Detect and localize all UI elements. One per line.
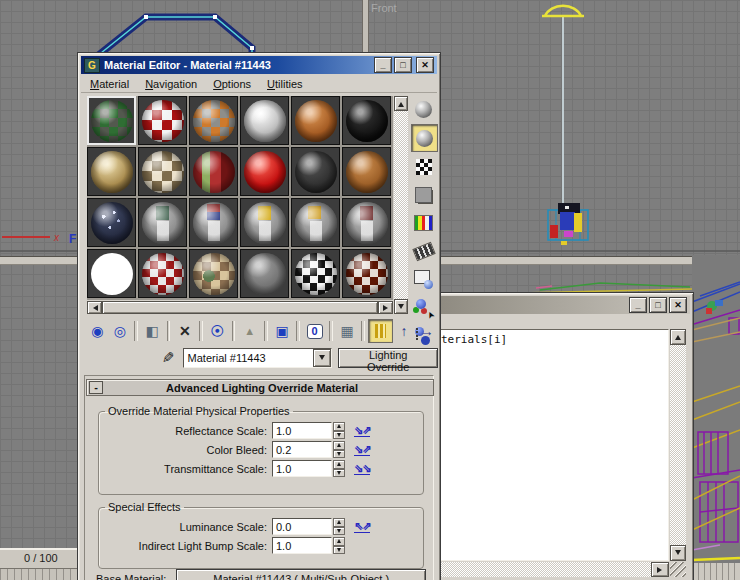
put-material-to-scene-icon[interactable]: ◎ [109,320,132,342]
video-color-check-icon[interactable] [411,210,436,236]
spinner-down-icon[interactable] [333,450,345,459]
scroll-up-icon[interactable] [670,329,686,345]
reflectance-scale-field[interactable]: 1.0 [272,422,332,439]
material-editor-titlebar[interactable]: G Material Editor - Material #11443 _ □ … [81,56,437,74]
material-slot[interactable] [240,198,289,247]
material-slot[interactable] [342,198,391,247]
reset-map-icon[interactable]: ✕ [173,320,196,342]
assign-material-to-selection-icon[interactable]: ◧ [141,320,164,342]
material-slot[interactable] [291,249,340,298]
material-name-dropdown[interactable]: Material #11443 [183,348,333,368]
spinner-down-icon[interactable] [333,431,345,440]
material-slot[interactable] [189,249,238,298]
rollout-header[interactable]: - Advanced Lighting Override Material [86,379,434,396]
material-slot[interactable] [87,96,136,145]
listener-vertical-scrollbar[interactable] [670,329,686,561]
make-material-copy-icon[interactable]: ⦿ [206,320,229,342]
spinner-up-icon[interactable] [333,518,345,527]
material-slot[interactable] [138,249,187,298]
material-slot[interactable] [138,198,187,247]
go-forward-to-sibling-icon[interactable]: → [415,320,438,342]
scrollbar-thumb[interactable] [102,301,378,314]
material-slot[interactable] [240,147,289,196]
maximize-icon[interactable]: □ [649,297,667,313]
material-slot[interactable] [189,147,238,196]
material-slot[interactable] [189,198,238,247]
get-material-icon[interactable]: ◉ [86,320,109,342]
material-slot[interactable] [87,198,136,247]
color-bleed-spinner[interactable] [333,441,345,458]
slots-vertical-scrollbar[interactable] [394,96,408,314]
material-slot[interactable] [240,96,289,145]
go-to-parent-icon[interactable]: ↑ [393,320,416,342]
spinner-up-icon[interactable] [333,537,345,546]
material-slot[interactable] [342,96,391,145]
spinner-down-icon[interactable] [333,546,345,555]
menu-material[interactable]: Material [83,77,136,91]
track-bar-right[interactable] [692,563,740,580]
material-slot[interactable] [87,147,136,196]
indirect-light-bump-scale-field[interactable]: 1.0 [272,537,332,554]
interactive-adjust-icon[interactable]: ⇘⇘ [354,462,370,475]
scroll-down-icon[interactable] [394,299,408,314]
transmittance-scale-spinner[interactable] [333,460,345,477]
scroll-right-icon[interactable] [378,301,393,314]
material-type-button[interactable]: Lighting Override [338,348,438,368]
spinner-up-icon[interactable] [333,422,345,431]
interactive-adjust-icon[interactable]: ⇖⇗ [354,520,370,533]
background-checker-icon[interactable] [411,154,436,180]
scroll-right-icon[interactable] [651,562,669,577]
resize-grip-icon[interactable] [670,562,686,577]
material-slot[interactable] [291,96,340,145]
base-material-button[interactable]: Material #11443 ( Multi/Sub-Object ) [176,569,426,580]
luminance-scale-field[interactable]: 0.0 [272,518,332,535]
material-slot[interactable] [87,249,136,298]
scroll-down-icon[interactable] [670,545,686,561]
menu-navigation[interactable]: Navigation [138,77,204,91]
close-icon[interactable]: ✕ [669,297,687,313]
material-slot[interactable] [240,249,289,298]
interactive-adjust-icon[interactable]: ⇘⇗ [354,424,370,437]
indirect-light-bump-scale-spinner[interactable] [333,537,345,554]
viewport-perspective-strip[interactable] [692,255,740,563]
minimize-icon[interactable]: _ [629,297,647,313]
listener-window[interactable]: _ □ ✕ terials[i] [428,292,694,580]
minimize-icon[interactable]: _ [374,57,392,73]
slots-horizontal-scrollbar[interactable] [87,301,393,314]
spinner-up-icon[interactable] [333,460,345,469]
reflectance-scale-spinner[interactable] [333,422,345,439]
chevron-down-icon[interactable] [313,349,331,367]
material-slot[interactable] [138,96,187,145]
material-slot[interactable] [189,96,238,145]
material-slot[interactable] [138,147,187,196]
material-slot[interactable] [291,147,340,196]
luminance-scale-spinner[interactable] [333,518,345,535]
make-unique-icon[interactable]: ▲ [238,320,261,342]
material-editor-window[interactable]: G Material Editor - Material #11443 _ □ … [77,52,441,580]
spinner-down-icon[interactable] [333,527,345,536]
listener-titlebar[interactable]: _ □ ✕ [432,296,690,314]
material-slot[interactable] [342,249,391,298]
show-end-result-icon[interactable] [368,319,393,343]
select-by-material-icon[interactable] [411,294,436,320]
listener-horizontal-scrollbar[interactable] [435,562,669,577]
make-preview-icon[interactable] [411,238,436,264]
close-icon[interactable]: ✕ [416,57,434,73]
scroll-up-icon[interactable] [394,96,408,111]
material-editor-options-icon[interactable] [411,266,436,292]
scroll-left-icon[interactable] [87,301,102,314]
material-slot[interactable] [291,198,340,247]
pick-material-icon[interactable]: ✎ [162,349,175,367]
interactive-adjust-icon[interactable]: ⇘⇗ [354,443,370,456]
sample-type-sphere-icon[interactable] [411,96,436,122]
backlight-icon[interactable] [411,124,438,152]
collapse-icon[interactable]: - [89,381,103,394]
spinner-up-icon[interactable] [333,441,345,450]
menu-options[interactable]: Options [206,77,258,91]
color-bleed-field[interactable]: 0.2 [272,441,332,458]
menu-utilities[interactable]: Utilities [260,77,309,91]
show-map-in-viewport-icon[interactable]: ▦ [336,320,359,342]
maximize-icon[interactable]: □ [394,57,412,73]
spinner-down-icon[interactable] [333,469,345,478]
listener-text-area[interactable]: terials[i] [435,329,669,561]
